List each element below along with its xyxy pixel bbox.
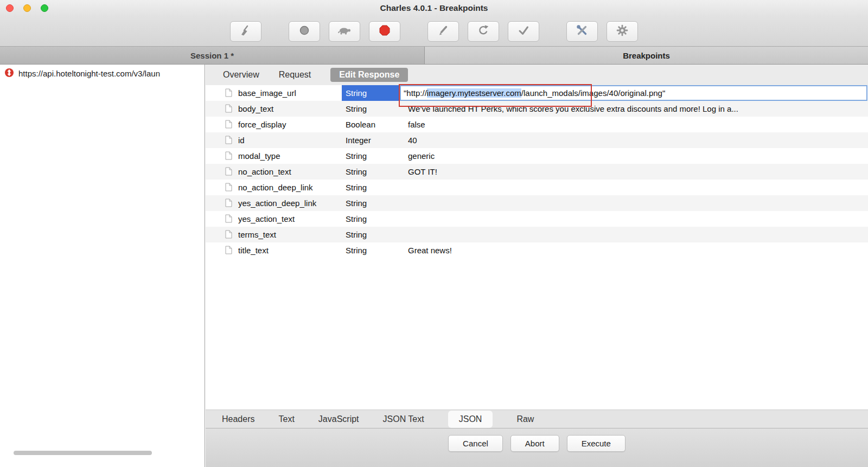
row-type: Boolean [342,117,400,132]
selected-text: imagery.mytestserver.com [427,88,521,98]
row-name: yes_action_deep_link [238,195,316,211]
row-type: String [342,242,400,258]
throttle-button[interactable] [329,21,360,42]
document-icon [225,199,232,209]
tab-headers[interactable]: Headers [222,414,254,424]
tab-session-1[interactable]: Session 1 * [0,47,425,64]
row-type: String [342,164,400,180]
row-value: false [400,117,866,132]
table-row[interactable]: yes_action_deep_link String [206,195,868,211]
document-icon [225,167,232,177]
pencil-icon [437,24,449,39]
record-icon [298,24,310,39]
table-row[interactable]: no_action_text String GOT IT! [206,164,868,180]
row-type: String [342,148,400,164]
tab-javascript[interactable]: JavaScript [318,414,359,424]
breakpoint-list-item[interactable]: https://api.hoteltonight-test.com/v3/lau… [0,65,205,82]
table-row[interactable]: yes_action_text String [206,211,868,227]
table-row[interactable]: id Integer 40 [206,132,868,148]
row-name: force_display [238,117,286,132]
turtle-icon [337,25,352,38]
table-row[interactable]: no_action_deep_link String [206,180,868,195]
response-view-tab-bar: Headers Text JavaScript JSON Text JSON R… [206,410,868,428]
gear-icon [616,24,628,39]
row-name: modal_type [238,148,280,164]
table-row[interactable]: title_text String Great news! [206,242,868,258]
row-name: body_text [238,101,273,117]
execute-button[interactable]: Execute [567,435,626,452]
document-icon [225,120,232,130]
charles-window: Charles 4.0.1 - Breakpoints [0,0,868,467]
document-icon [225,151,232,162]
title-bar: Charles 4.0.1 - Breakpoints [0,0,868,16]
tab-json-text[interactable]: JSON Text [383,414,424,424]
row-type: String [342,101,400,117]
stop-octagon-icon [379,24,391,39]
action-bar: Cancel Abort Execute [206,428,868,467]
document-icon [225,104,232,114]
broom-icon [240,24,252,39]
row-type: String [342,211,400,227]
value-suffix: /launch_modals/images/40/original.png" [521,88,666,98]
tab-text[interactable]: Text [278,414,294,424]
row-name: base_image_url [238,85,296,101]
row-value: We’ve launched HT Perks, which scores yo… [400,101,866,117]
editor-panel: Overview Request Edit Response base_imag… [206,65,868,467]
horizontal-scrollbar-thumb[interactable] [14,451,152,455]
window-title: Charles 4.0.1 - Breakpoints [0,0,868,16]
breakpoints-button[interactable] [369,21,400,42]
row-name: title_text [238,242,269,258]
check-icon [518,24,529,39]
table-row[interactable]: base_image_url String "http://imagery.my… [206,85,868,101]
row-name: no_action_deep_link [238,180,313,195]
document-icon [225,214,232,225]
row-value: 40 [400,132,866,148]
row-type: String [342,180,400,195]
row-name: id [238,132,245,148]
table-row[interactable]: terms_text String [206,227,868,242]
row-type: String [342,195,400,211]
tab-breakpoints[interactable]: Breakpoints [425,47,868,64]
document-icon [225,246,232,256]
row-value: Great news! [400,242,866,258]
row-value: GOT IT! [400,164,866,180]
breakpoint-url: https://api.hoteltonight-test.com/v3/lau… [18,69,160,78]
validate-button[interactable] [508,21,539,42]
settings-button[interactable] [607,21,638,42]
row-type: String [342,227,400,242]
breakpoint-list-panel: https://api.hoteltonight-test.com/v3/lau… [0,65,205,467]
tab-request[interactable]: Request [279,70,311,80]
tools-button[interactable] [566,21,598,42]
row-name: yes_action_text [238,211,295,227]
breakpoint-url-icon [4,68,14,79]
tools-icon [576,24,588,39]
row-name: no_action_text [238,164,291,180]
abort-button[interactable]: Abort [510,435,559,452]
clear-session-button[interactable] [230,21,261,42]
repeat-button[interactable] [468,21,499,42]
row-name: terms_text [238,227,276,242]
table-row[interactable]: modal_type String generic [206,148,868,164]
json-tree-table: base_image_url String "http://imagery.my… [206,85,868,258]
document-icon [225,230,232,240]
editor-tab-bar: Overview Request Edit Response [206,65,868,85]
row-value: generic [400,148,866,164]
record-button[interactable] [289,21,320,42]
value-edit-field[interactable]: "http://imagery.mytestserver.com/launch_… [400,85,867,101]
refresh-icon [477,24,489,39]
tab-raw[interactable]: Raw [516,414,534,424]
cancel-button[interactable]: Cancel [448,435,503,452]
document-icon [225,88,232,99]
table-row[interactable]: force_display Boolean false [206,117,868,132]
table-row[interactable]: body_text String We’ve launched HT Perks… [206,101,868,117]
compose-button[interactable] [427,21,459,42]
row-type: Integer [342,132,400,148]
tab-overview[interactable]: Overview [223,70,259,80]
document-icon [225,136,232,146]
toolbar [0,16,868,47]
tab-json[interactable]: JSON [448,411,493,428]
session-tab-bar: Session 1 * Breakpoints [0,47,868,65]
tab-edit-response[interactable]: Edit Response [330,68,408,82]
row-type: String [342,85,400,101]
value-prefix: "http:// [404,88,427,98]
